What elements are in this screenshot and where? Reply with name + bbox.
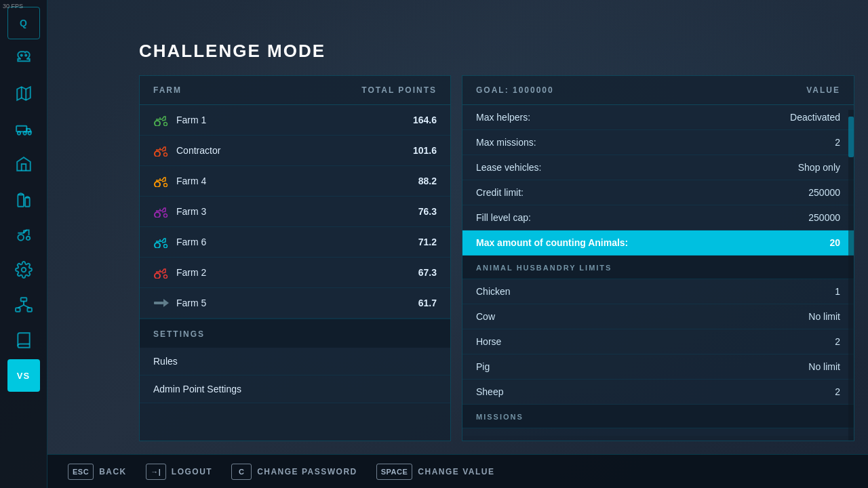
sidebar-item-tractor2[interactable] <box>7 218 40 251</box>
svg-rect-8 <box>18 195 24 207</box>
farm-icon-4 <box>153 234 170 250</box>
animal-name: Chicken <box>476 286 511 297</box>
farm-points: 88.2 <box>418 176 437 186</box>
goal-row-5[interactable]: Max amount of counting Animals: 20 <box>462 230 854 256</box>
farm-row-left: Contractor <box>153 142 220 159</box>
bottom-action-0[interactable]: ESC BACK <box>68 464 127 480</box>
svg-point-29 <box>164 214 167 218</box>
farm-icon-0 <box>153 112 170 128</box>
farm-row-left: Farm 5 <box>153 295 206 311</box>
goal-row-0[interactable]: Max helpers: Deactivated <box>462 105 854 130</box>
goal-label: Max missions: <box>476 137 536 148</box>
goal-value: 250000 <box>808 212 840 223</box>
animal-row-1[interactable]: Cow No limit <box>462 304 854 329</box>
goal-row-3[interactable]: Credit limit: 250000 <box>462 180 854 205</box>
goal-row-4[interactable]: Fill level cap: 250000 <box>462 205 854 230</box>
farm-row[interactable]: Farm 1 164.6 <box>140 105 450 136</box>
bottom-action-2[interactable]: C CHANGE PASSWORD <box>231 464 357 480</box>
sidebar-item-barn[interactable] <box>7 148 40 180</box>
farm-row[interactable]: Farm 4 88.2 <box>140 166 450 197</box>
settings-list: RulesAdmin Point Settings <box>140 348 450 403</box>
animal-row-0[interactable]: Chicken 1 <box>462 279 854 304</box>
farms-list: Farm 1 164.6 Contractor 101.6 Farm 4 88.… <box>140 105 450 319</box>
farm-row-left: Farm 1 <box>153 112 206 128</box>
sidebar-item-vs[interactable]: VS <box>7 359 40 392</box>
sidebar-item-settings[interactable] <box>7 253 40 286</box>
goal-row-1[interactable]: Max missions: 2 <box>462 130 854 155</box>
sidebar-item-network[interactable] <box>7 289 40 321</box>
animal-section-header: ANIMAL HUSBANDRY LIMITS <box>462 256 854 279</box>
mission-row-0[interactable]: Cultivation Activated <box>462 428 854 436</box>
sidebar-item-animals[interactable] <box>7 42 40 75</box>
right-panel-scroll[interactable]: Max helpers: Deactivated Max missions: 2… <box>462 105 854 436</box>
right-panel-header: GOAL: 1000000 VALUE <box>462 76 854 105</box>
farm-row-left: Farm 2 <box>153 264 206 281</box>
svg-point-20 <box>164 123 167 126</box>
left-panel-header: FARM TOTAL POINTS <box>140 76 450 105</box>
right-panel: GOAL: 1000000 VALUE Max helpers: Deactiv… <box>462 75 854 441</box>
svg-rect-13 <box>20 298 26 301</box>
goal-label: Lease vehicles: <box>476 162 542 173</box>
goal-value: 20 <box>829 237 840 248</box>
bottom-action-1[interactable]: →| LOGOUT <box>146 464 212 480</box>
action-label-2: CHANGE PASSWORD <box>257 467 357 476</box>
svg-point-0 <box>20 55 22 56</box>
farm-icon-1 <box>153 142 170 159</box>
points-col-header: TOTAL POINTS <box>361 85 437 95</box>
sidebar-item-vehicle[interactable] <box>7 113 40 145</box>
action-label-3: CHANGE VALUE <box>418 467 494 476</box>
svg-rect-14 <box>16 308 20 311</box>
goal-label: Credit limit: <box>476 187 524 198</box>
animal-row-4[interactable]: Sheep 2 <box>462 380 854 405</box>
animal-value: 2 <box>835 386 840 397</box>
svg-rect-9 <box>25 198 29 207</box>
settings-row-1[interactable]: Admin Point Settings <box>140 375 450 403</box>
goal-row-2[interactable]: Lease vehicles: Shop only <box>462 155 854 180</box>
farm-name: Farm 1 <box>176 115 206 125</box>
farm-row[interactable]: Farm 6 71.2 <box>140 227 450 258</box>
scrollbar-track <box>848 110 854 441</box>
farm-row[interactable]: Farm 2 67.3 <box>140 258 450 288</box>
farm-name: Farm 6 <box>176 237 206 247</box>
svg-point-28 <box>155 212 160 218</box>
farm-icon-5 <box>153 264 170 281</box>
animal-name: Pig <box>476 361 490 372</box>
sidebar-item-q-key[interactable]: Q <box>7 7 40 39</box>
svg-point-7 <box>28 131 31 134</box>
farm-points: 61.7 <box>418 298 437 308</box>
animal-value: 2 <box>835 336 840 347</box>
svg-point-12 <box>21 268 26 272</box>
action-label-1: LOGOUT <box>172 467 212 476</box>
svg-point-32 <box>164 245 167 248</box>
animal-value: 1 <box>835 286 840 297</box>
svg-point-31 <box>155 243 160 248</box>
animal-row-2[interactable]: Horse 2 <box>462 329 854 354</box>
missions-section-label: MISSIONS <box>476 413 524 421</box>
svg-point-19 <box>155 121 160 126</box>
bottom-action-3[interactable]: SPACE CHANGE VALUE <box>376 464 495 480</box>
sidebar-item-silo[interactable] <box>7 183 40 216</box>
animal-row-3[interactable]: Pig No limit <box>462 354 854 380</box>
svg-point-1 <box>25 55 26 56</box>
goal-label: Fill level cap: <box>476 212 531 223</box>
animal-name: Horse <box>476 336 501 347</box>
farm-icon-2 <box>153 173 170 189</box>
farm-name: Farm 2 <box>176 267 206 278</box>
animal-name: Sheep <box>476 386 503 397</box>
action-label-0: BACK <box>99 467 127 476</box>
left-panel: FARM TOTAL POINTS Farm 1 164.6 Contracto… <box>139 75 451 441</box>
sidebar-item-book[interactable] <box>7 324 40 357</box>
svg-point-5 <box>17 131 20 134</box>
farm-row[interactable]: Farm 5 61.7 <box>140 288 450 319</box>
farm-row-left: Farm 3 <box>153 203 206 220</box>
svg-line-17 <box>18 305 24 308</box>
settings-row-0[interactable]: Rules <box>140 348 450 375</box>
sidebar-item-maps[interactable] <box>7 77 40 110</box>
svg-point-22 <box>155 151 160 157</box>
farm-row-left: Farm 6 <box>153 234 206 250</box>
panels-container: FARM TOTAL POINTS Farm 1 164.6 Contracto… <box>139 75 854 441</box>
farm-row[interactable]: Farm 3 76.3 <box>140 197 450 227</box>
farm-name: Farm 3 <box>176 206 206 217</box>
page-title: CHALLENGE MODE <box>139 41 854 62</box>
farm-row[interactable]: Contractor 101.6 <box>140 136 450 166</box>
